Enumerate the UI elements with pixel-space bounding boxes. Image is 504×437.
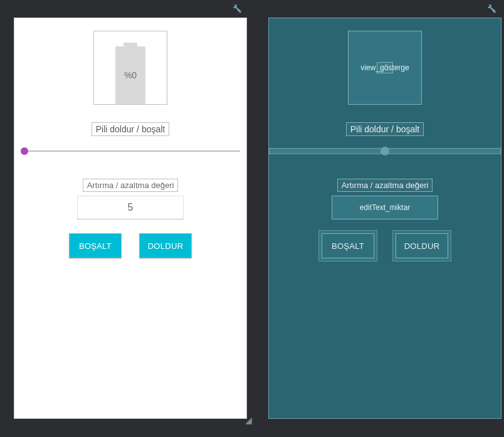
button-row: BOŞALT DOLDUR — [69, 233, 192, 258]
amount-input[interactable]: 5 — [77, 196, 184, 219]
wrench-icon[interactable]: 🔧 — [233, 4, 242, 13]
seekbar-thumb[interactable] — [21, 147, 28, 155]
drain-button[interactable]: BOŞALT — [69, 233, 122, 258]
battery-icon: %0 — [115, 46, 145, 104]
seekbar-fill[interactable] — [14, 145, 246, 157]
blueprint-button-row: BOŞALT DOLDUR — [322, 233, 448, 258]
blueprint-drain-button[interactable]: BOŞALT — [322, 233, 374, 258]
blueprint-fill-label: DOLDUR — [404, 241, 440, 251]
fill-button[interactable]: DOLDUR — [139, 233, 192, 258]
blueprint-fill-button[interactable]: DOLDUR — [396, 233, 448, 258]
blueprint-view-id: view_gösterge — [360, 63, 409, 72]
wrench-toolbar-right: 🔧 — [268, 0, 501, 18]
blueprint-fill-label[interactable]: Pili doldur / boşalt — [346, 122, 424, 136]
design-preview-pane: %0 Pili doldur / boşalt Artırma / azaltm… — [14, 18, 247, 419]
wrench-icon[interactable]: 🔧 — [487, 4, 496, 13]
blueprint-edittext-id: editText_miktar — [360, 203, 411, 212]
blueprint-pane: view_gösterge Pili doldur / boşalt Artır… — [268, 18, 501, 419]
drain-button-label: BOŞALT — [79, 241, 112, 251]
blueprint-drain-label: BOŞALT — [332, 241, 364, 251]
fill-button-label: DOLDUR — [148, 241, 184, 251]
fill-drain-label: Pili doldur / boşalt — [92, 122, 170, 136]
wrench-toolbar-left: 🔧 — [14, 0, 247, 18]
amount-label: Artırma / azaltma değeri — [83, 179, 179, 192]
resize-grip[interactable]: ◢ — [244, 416, 252, 424]
battery-view-container: %0 — [93, 31, 167, 105]
blueprint-seekbar-thumb[interactable] — [381, 147, 389, 155]
battery-percent-text: %0 — [124, 70, 137, 80]
amount-input-value: 5 — [128, 202, 134, 213]
blueprint-battery-view[interactable]: view_gösterge — [348, 31, 422, 105]
blueprint-edittext[interactable]: editText_miktar — [332, 196, 438, 219]
blueprint-seekbar[interactable] — [269, 145, 501, 157]
seekbar-track — [23, 150, 240, 152]
blueprint-amount-label[interactable]: Artırma / azaltma değeri — [337, 179, 433, 192]
battery-cap — [123, 43, 137, 46]
